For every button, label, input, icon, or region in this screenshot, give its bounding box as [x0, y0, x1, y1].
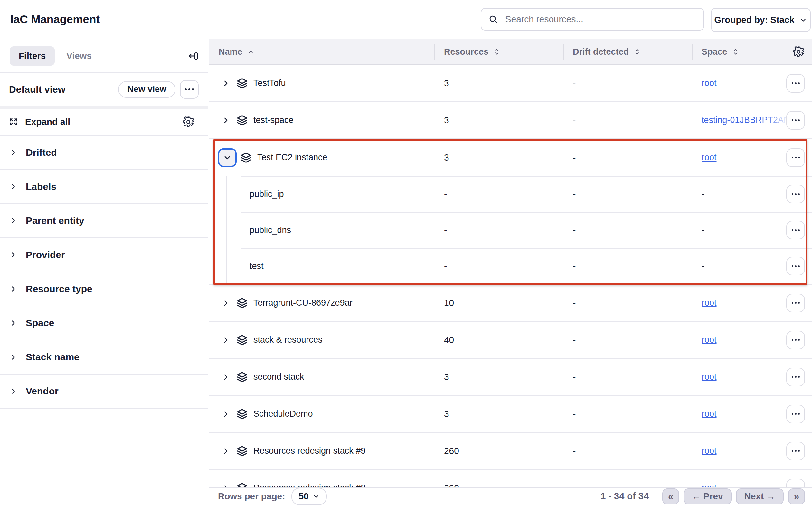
drift-detected-value: -	[563, 335, 692, 345]
collapse-sidebar-button[interactable]	[188, 50, 199, 62]
stack-row: test-space 3 - testing-01JBBRPT2AN	[209, 102, 812, 139]
filter-item-provider[interactable]: Provider	[0, 238, 208, 272]
filter-item-resource-type[interactable]: Resource type	[0, 272, 208, 306]
row-menu-button[interactable]	[786, 294, 805, 312]
space-link[interactable]: root	[702, 446, 717, 456]
resources-count: -	[434, 189, 563, 199]
filter-item-drifted[interactable]: Drifted	[0, 136, 208, 170]
filter-item-parent-entity[interactable]: Parent entity	[0, 204, 208, 238]
stack-layers-icon	[236, 114, 248, 127]
filter-item-space[interactable]: Space	[0, 306, 208, 340]
space-link[interactable]: root	[702, 298, 717, 308]
sort-ascending-icon	[248, 48, 254, 55]
default-view-row: Default view New view	[0, 73, 208, 106]
filter-settings-gear-icon[interactable]	[183, 116, 194, 128]
row-menu-button[interactable]	[786, 185, 805, 203]
chevron-right-icon	[10, 353, 17, 361]
filter-label: Drifted	[26, 147, 57, 158]
chevron-right-icon	[10, 285, 17, 293]
stack-name[interactable]: Resources redesign stack #8	[253, 483, 365, 487]
row-menu-button[interactable]	[786, 257, 805, 275]
resource-row: public_dns - - -	[209, 212, 812, 248]
drift-detected-value: -	[563, 78, 692, 89]
expand-row-button[interactable]	[219, 447, 233, 455]
collapse-row-button[interactable]	[218, 148, 237, 167]
rows-per-page-select[interactable]: 50	[291, 488, 326, 505]
space-link[interactable]: testing-01JBBRPT2AN	[702, 115, 790, 125]
resources-count: 3	[434, 78, 563, 89]
column-settings-gear-icon[interactable]	[793, 46, 804, 58]
stack-name[interactable]: Test EC2 instance	[257, 152, 327, 163]
filter-item-vendor[interactable]: Vendor	[0, 374, 208, 409]
resources-count: -	[434, 225, 563, 235]
drift-detected-value: -	[563, 372, 692, 382]
stack-name[interactable]: stack & resources	[253, 335, 323, 345]
stack-name[interactable]: Terragrunt-CU-8697ze9ar	[253, 298, 353, 308]
filter-label: Labels	[26, 181, 56, 192]
stack-name[interactable]: test-space	[253, 115, 294, 125]
row-menu-button[interactable]	[786, 331, 805, 349]
stack-name[interactable]: second stack	[253, 372, 304, 382]
space-link[interactable]: root	[702, 483, 717, 487]
stack-layers-icon	[236, 77, 248, 90]
view-more-button[interactable]	[180, 80, 199, 99]
space-link[interactable]: root	[702, 409, 717, 419]
row-menu-button[interactable]	[786, 405, 805, 423]
pagination-next-button[interactable]: Next →	[736, 488, 784, 505]
stack-row: stack & resources 40 - root	[209, 322, 812, 359]
filter-label: Provider	[26, 249, 65, 260]
search-box[interactable]	[481, 8, 704, 31]
table-header-row: Name Resources Drift detected Space	[209, 39, 812, 65]
resource-row: public_ip - - -	[209, 176, 812, 212]
search-input[interactable]	[505, 14, 696, 25]
row-menu-button[interactable]	[786, 148, 805, 167]
resource-name-link[interactable]: public_ip	[250, 189, 284, 199]
expand-row-button[interactable]	[219, 79, 233, 87]
pagination-prev-button[interactable]: ← Prev	[684, 488, 732, 505]
resource-name-link[interactable]: public_dns	[250, 225, 291, 235]
expand-row-button[interactable]	[219, 299, 233, 307]
stack-name[interactable]: TestTofu	[253, 78, 286, 88]
section-divider	[0, 106, 208, 109]
drift-detected-value: -	[563, 446, 692, 456]
expand-all-row[interactable]: Expand all	[0, 109, 208, 136]
filter-list: Drifted Labels Parent entity Provider Re…	[0, 136, 208, 409]
expand-row-button[interactable]	[219, 484, 233, 488]
row-menu-button[interactable]	[786, 221, 805, 239]
row-menu-button[interactable]	[786, 111, 805, 130]
pagination-first-button[interactable]: «	[662, 488, 679, 505]
expand-row-button[interactable]	[219, 116, 233, 124]
stack-name[interactable]: Resources redesign stack #9	[253, 446, 365, 456]
row-menu-button[interactable]	[786, 368, 805, 386]
tab-views[interactable]: Views	[66, 51, 92, 61]
stack-name[interactable]: ScheduleDemo	[253, 409, 313, 419]
filter-item-stack-name[interactable]: Stack name	[0, 340, 208, 374]
space-link[interactable]: root	[702, 152, 717, 163]
resources-count: -	[434, 261, 563, 271]
tab-filters[interactable]: Filters	[10, 46, 55, 66]
resource-name-link[interactable]: test	[250, 261, 264, 271]
space-link[interactable]: root	[702, 335, 717, 345]
column-header-drift-detected[interactable]: Drift detected	[563, 39, 692, 64]
pagination-last-button[interactable]: »	[788, 488, 805, 505]
top-bar: IaC Management Grouped by: Stack	[0, 0, 812, 39]
filter-item-labels[interactable]: Labels	[0, 170, 208, 204]
drift-detected-value: -	[563, 409, 692, 419]
grouped-by-button[interactable]: Grouped by: Stack	[711, 8, 811, 32]
row-menu-button[interactable]	[786, 74, 805, 93]
row-menu-button[interactable]	[786, 479, 805, 488]
expand-row-button[interactable]	[219, 373, 233, 381]
resources-count: 260	[434, 483, 563, 488]
space-link[interactable]: root	[702, 78, 717, 88]
row-menu-button[interactable]	[786, 442, 805, 461]
space-empty-value: -	[702, 225, 705, 235]
space-link[interactable]: root	[702, 372, 717, 382]
stack-layers-icon	[236, 334, 248, 346]
expand-row-button[interactable]	[219, 336, 233, 344]
expand-row-button[interactable]	[219, 410, 233, 418]
column-header-name[interactable]: Name	[209, 39, 434, 64]
drift-detected-value: -	[563, 483, 692, 488]
new-view-button[interactable]: New view	[118, 81, 175, 98]
column-header-resources[interactable]: Resources	[434, 39, 563, 64]
resources-count: 40	[434, 335, 563, 345]
